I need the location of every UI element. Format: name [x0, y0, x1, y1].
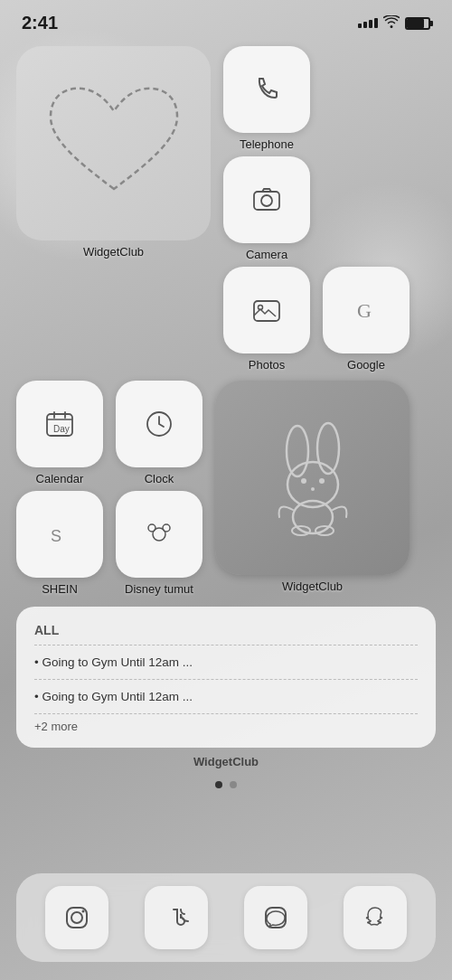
svg-point-12: [287, 426, 308, 476]
page-dot-1: [215, 781, 222, 788]
photos-label: Photos: [249, 358, 285, 372]
widgetclub-large-label: WidgetClub: [83, 245, 144, 259]
svg-point-11: [163, 524, 170, 532]
reminder-brand: WidgetClub: [16, 755, 436, 768]
bunny-icon: [245, 410, 381, 546]
svg-point-10: [148, 524, 155, 532]
google-icon: G: [350, 294, 382, 326]
disney-icon: [143, 518, 175, 551]
snapchat-dock-icon[interactable]: [344, 886, 407, 949]
clock-label: Clock: [145, 472, 174, 485]
disney-app-icon[interactable]: [116, 491, 202, 578]
google-label: Google: [347, 358, 385, 372]
calendar-icon: Day: [43, 408, 76, 440]
svg-point-16: [319, 478, 325, 484]
calendar-app-icon[interactable]: Day: [16, 381, 103, 467]
svg-point-18: [293, 501, 333, 533]
clock-icon: [143, 408, 175, 440]
home-screen: WidgetClub Telephone: [0, 46, 452, 788]
telephone-label: Telephone: [240, 137, 294, 151]
camera-app-icon[interactable]: [223, 156, 310, 243]
clock-app-icon[interactable]: [116, 381, 202, 467]
shein-label: SHEIN: [42, 582, 78, 596]
svg-point-17: [311, 487, 315, 491]
widgetclub-bunny-widget[interactable]: [215, 381, 410, 575]
camera-label: Camera: [246, 248, 287, 261]
instagram-icon: [63, 904, 90, 931]
reminder-all-label: ALL: [34, 623, 418, 637]
heart-icon: [42, 71, 186, 216]
phone-icon: [250, 73, 283, 106]
reminder-item-2: • Going to Gym Until 12am ...: [34, 685, 418, 708]
shein-icon: S: [43, 518, 76, 551]
line-dock-icon[interactable]: [244, 886, 307, 949]
instagram-dock-icon[interactable]: [45, 886, 108, 949]
status-bar: 2:41: [0, 0, 452, 39]
svg-point-22: [71, 912, 82, 923]
svg-text:S: S: [51, 527, 61, 545]
line-icon: [262, 904, 289, 931]
dock: [16, 873, 436, 962]
widgetclub-bottom-label: WidgetClub: [282, 580, 343, 593]
reminder-divider-1: [34, 645, 418, 645]
status-icons: [358, 15, 430, 31]
svg-point-1: [261, 195, 272, 206]
svg-point-23: [82, 910, 85, 913]
reminder-divider-3: [34, 713, 418, 714]
calendar-label: Calendar: [36, 472, 84, 485]
page-dots: [16, 781, 436, 788]
signal-icon: [358, 18, 378, 28]
widgetclub-large-widget[interactable]: [16, 46, 211, 240]
photos-app-icon[interactable]: [223, 267, 310, 353]
tiktok-icon: [163, 904, 190, 931]
reminder-divider-2: [34, 679, 418, 680]
disney-label: Disney tumut: [125, 582, 193, 596]
status-time: 2:41: [22, 13, 58, 33]
google-app-icon[interactable]: G: [323, 267, 410, 353]
svg-rect-0: [254, 192, 279, 210]
tiktok-dock-icon[interactable]: [145, 886, 208, 949]
wifi-icon: [383, 15, 400, 31]
photos-icon: [250, 294, 283, 326]
battery-icon: [405, 17, 430, 30]
svg-point-15: [301, 478, 306, 484]
reminder-item-1: • Going to Gym Until 12am ...: [34, 651, 418, 674]
reminder-widget[interactable]: ALL • Going to Gym Until 12am ... • Goin…: [16, 607, 436, 748]
snapchat-icon: [362, 904, 389, 931]
svg-text:G: G: [357, 299, 372, 322]
reminder-more: +2 more: [34, 720, 418, 733]
svg-point-3: [259, 306, 263, 310]
telephone-app-icon[interactable]: [223, 46, 310, 133]
shein-app-icon[interactable]: S: [16, 491, 103, 578]
svg-text:Day: Day: [53, 424, 70, 434]
camera-icon: [250, 184, 283, 216]
page-dot-2: [230, 781, 237, 788]
